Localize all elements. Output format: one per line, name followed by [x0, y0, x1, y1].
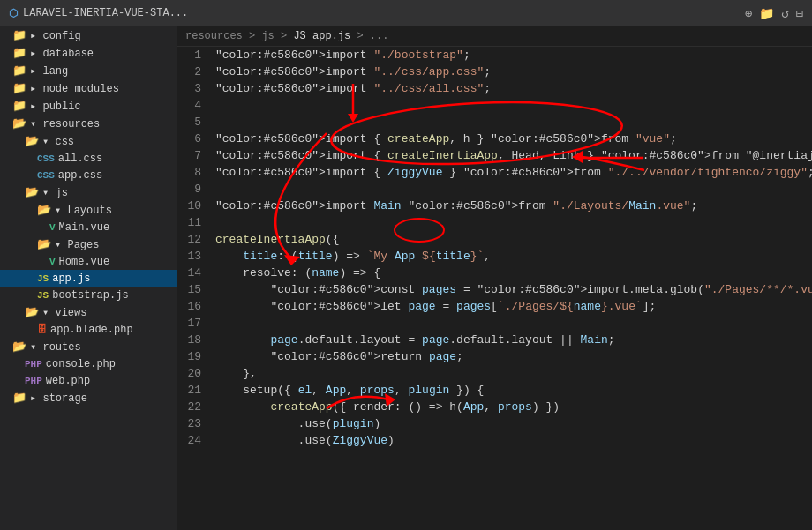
- line-number: 15: [184, 281, 201, 298]
- titlebar: ⬡ LARAVEL-INERTIA-VUE-STA... ⊕ 📁 ↺ ⊟: [0, 0, 812, 26]
- folder-open-icon: 📂: [12, 340, 26, 354]
- sidebar-item-label: ▸ public: [30, 100, 81, 113]
- sidebar-item-Layouts[interactable]: 📂▾ Layouts: [0, 201, 177, 219]
- line-number: 13: [184, 248, 201, 265]
- sidebar-item-node_modules[interactable]: 📁▸ node_modules: [0, 79, 177, 97]
- code-line: "color:#c586c0">import { ZiggyVue } "col…: [215, 164, 812, 181]
- code-line: createInertiaApp({: [215, 231, 812, 248]
- folder-open-icon: 📂: [25, 305, 39, 319]
- sidebar-item-lang[interactable]: 📁▸ lang: [0, 62, 177, 79]
- code-line: [215, 114, 812, 131]
- sidebar-item-label: ▸ lang: [30, 64, 68, 78]
- line-number: 22: [184, 399, 201, 415]
- refresh-icon[interactable]: ↺: [781, 6, 788, 21]
- folder-open-icon: 📂: [37, 203, 51, 217]
- line-number: 6: [184, 131, 201, 147]
- line-number: 11: [184, 214, 201, 231]
- line-number: 9: [184, 181, 201, 198]
- line-number: 10: [184, 198, 201, 214]
- line-number: 8: [184, 164, 201, 181]
- editor-area[interactable]: 123456789101112131415161718192021222324 …: [177, 47, 812, 530]
- code-line: [215, 97, 812, 114]
- sidebar-item-bootstrap.js[interactable]: JSbootstrap.js: [0, 287, 177, 303]
- line-number: 16: [184, 298, 201, 315]
- code-line: "color:#c586c0">import { createInertiaAp…: [215, 147, 812, 164]
- folder-closed-icon: 📁: [12, 28, 26, 42]
- sidebar-item-css[interactable]: 📂▾ css: [0, 132, 177, 150]
- new-file-icon[interactable]: ⊕: [745, 6, 752, 21]
- sidebar-item-label: ▸ config: [30, 29, 81, 42]
- sidebar-item-label: ▾ js: [42, 186, 68, 199]
- sidebar-item-Pages[interactable]: 📂▾ Pages: [0, 235, 177, 253]
- sidebar-item-label: all.css: [58, 153, 102, 165]
- sidebar-item-all.css[interactable]: CSSall.css: [0, 150, 177, 167]
- folder-closed-icon: 📁: [12, 63, 26, 78]
- code-content[interactable]: "color:#c586c0">import "./bootstrap";"co…: [212, 47, 812, 530]
- sidebar-item-Home.vue[interactable]: VHome.vue: [0, 253, 177, 270]
- js-file-icon: JS: [37, 288, 49, 302]
- sidebar-item-js[interactable]: 📂▾ js: [0, 183, 177, 201]
- line-number: 19: [184, 348, 201, 365]
- folder-closed-icon: 📁: [12, 391, 26, 405]
- php-file-icon: PHP: [25, 374, 42, 387]
- line-number: 23: [184, 415, 201, 432]
- folder-open-icon: 📂: [25, 134, 39, 148]
- app-logo: ⬡: [9, 7, 18, 20]
- sidebar-item-views[interactable]: 📂▾ views: [0, 303, 177, 321]
- line-number: 1: [184, 47, 201, 63]
- sidebar-item-web.php[interactable]: PHPweb.php: [0, 372, 177, 389]
- folder-open-icon: 📂: [25, 185, 39, 199]
- sidebar-item-label: app.css: [58, 169, 102, 182]
- collapse-icon[interactable]: ⊟: [796, 6, 803, 21]
- sidebar-item-label: Home.vue: [59, 256, 110, 268]
- js-file-icon: JS: [37, 272, 49, 285]
- code-line: },: [215, 365, 812, 382]
- sidebar-item-config[interactable]: 📁▸ config: [0, 26, 177, 44]
- titlebar-actions: ⊕ 📁 ↺ ⊟: [745, 6, 803, 21]
- line-number: 24: [184, 432, 201, 449]
- sidebar-item-label: console.php: [46, 358, 116, 370]
- line-number: 7: [184, 147, 201, 164]
- sidebar-item-app.css[interactable]: CSSapp.css: [0, 167, 177, 183]
- code-line: setup({ el, App, props, plugin }) {: [215, 382, 812, 399]
- sidebar-item-database[interactable]: 📁▸ database: [0, 44, 177, 62]
- sidebar-item-routes[interactable]: 📂▾ routes: [0, 338, 177, 355]
- line-number: 5: [184, 114, 201, 131]
- line-number: 14: [184, 265, 201, 281]
- sidebar-item-label: ▾ resources: [30, 117, 100, 131]
- line-number: 3: [184, 80, 201, 97]
- sidebar-item-label: web.php: [46, 375, 90, 387]
- sidebar-item-console.php[interactable]: PHPconsole.php: [0, 355, 177, 372]
- code-line: [215, 181, 812, 198]
- code-container: 123456789101112131415161718192021222324 …: [177, 47, 812, 530]
- code-line: "color:#c586c0">return page;: [215, 348, 812, 365]
- code-line: "color:#c586c0">import "../css/all.css";: [215, 80, 812, 97]
- code-line: "color:#c586c0">import "./bootstrap";: [215, 47, 812, 63]
- new-folder-icon[interactable]: 📁: [759, 6, 774, 21]
- line-number: 18: [184, 332, 201, 348]
- code-line: "color:#c586c0">import { createApp, h } …: [215, 131, 812, 147]
- code-line: createApp({ render: () => h(App, props) …: [215, 399, 812, 415]
- folder-closed-icon: 📁: [12, 99, 26, 113]
- editor-wrapper: resources > js > JS app.js > ... 1234567…: [177, 26, 812, 530]
- sidebar-item-label: Main.vue: [59, 221, 110, 234]
- sidebar-item-app.blade.php[interactable]: 🗄app.blade.php: [0, 321, 177, 338]
- line-number: 21: [184, 382, 201, 399]
- sidebar-item-resources[interactable]: 📂▾ resources: [0, 115, 177, 132]
- folder-closed-icon: 📁: [12, 81, 26, 95]
- sidebar-item-storage[interactable]: 📁▸ storage: [0, 389, 177, 407]
- sidebar-item-public[interactable]: 📁▸ public: [0, 97, 177, 115]
- css-file-icon: CSS: [37, 168, 55, 182]
- sidebar-item-label: ▸ node_modules: [30, 82, 119, 95]
- code-line: resolve: (name) => {: [215, 265, 812, 281]
- sidebar-item-label: ▾ views: [42, 306, 86, 319]
- php-file-icon: PHP: [25, 357, 42, 370]
- line-number: 4: [184, 97, 201, 114]
- line-number: 12: [184, 231, 201, 248]
- vue-file-icon: V: [49, 255, 56, 268]
- css-file-icon: CSS: [37, 152, 55, 165]
- sidebar-item-label: ▸ storage: [30, 392, 87, 405]
- sidebar-item-app.js[interactable]: JSapp.js: [0, 270, 177, 287]
- sidebar-item-label: ▾ routes: [30, 340, 81, 354]
- sidebar-item-Main.vue[interactable]: VMain.vue: [0, 219, 177, 235]
